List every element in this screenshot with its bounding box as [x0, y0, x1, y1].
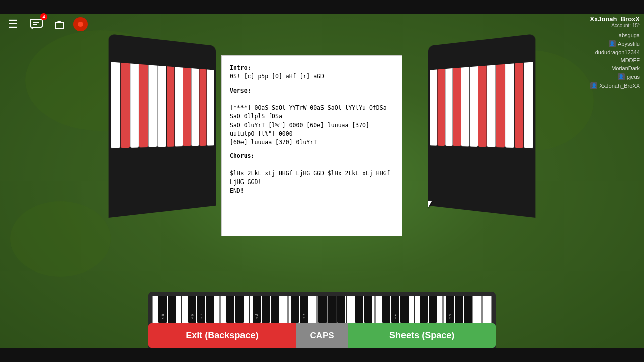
player-item: MDDFF [590, 56, 640, 64]
intro-text: 0S! [c] p5p [0] aHf [r] aGD [230, 73, 324, 80]
menu-icon[interactable]: ☰ [4, 15, 22, 33]
player-username: XxJonah_BroxX [590, 15, 640, 23]
section-label-chorus: Chorus: [230, 152, 394, 160]
chorus-text: $lHx 2LkL xLj HHGf LjHG GGD $lHx 2LkL xL… [230, 170, 390, 195]
piano-right-body [428, 34, 536, 218]
player-icon: 👤 [618, 73, 625, 80]
bottom-buttons: Exit (Backspace) CAPS Sheets (Space) [148, 323, 496, 348]
section-label-verse: Verse: [230, 86, 394, 95]
sheet-music-panel: Intro: 0S! [c] p5p [0] aHf [r] aGD Verse… [221, 55, 403, 236]
player-icon: 👤 [590, 82, 597, 89]
sheet-chorus-section: Chorus: $lHx 2LkL xLj HHGf LjHG GGD $lHx… [230, 152, 394, 195]
svg-rect-0 [30, 19, 42, 27]
exit-button[interactable]: Exit (Backspace) [148, 323, 296, 348]
grass-patch [10, 201, 111, 277]
verse-text: [****] 0OaS SaOl YYTrW 00aS SaOl lYYlYu … [230, 104, 387, 146]
chat-badge: 4 [40, 13, 47, 20]
player-item: MorianDark [590, 64, 640, 72]
player-account-sub: Account: 15° [590, 23, 640, 28]
sheet-intro-section: Intro: 0S! [c] p5p [0] aHf [r] aGD [230, 64, 394, 81]
player-item: absguga [590, 31, 640, 39]
player-list: XxJonah_BroxX Account: 15° absguga 👤 Aby… [590, 15, 640, 90]
player-item: 👤 Abysstilu [590, 39, 640, 48]
player-icon: 👤 [609, 40, 616, 47]
hud-icons: ☰ 4 [4, 15, 88, 33]
sheet-verse-section: Verse: [****] 0OaS SaOl YYTrW 00aS SaOl … [230, 86, 394, 147]
bottom-bar [0, 348, 644, 362]
record-button[interactable] [73, 17, 88, 31]
section-label-intro: Intro: [230, 64, 394, 72]
sheets-button[interactable]: Sheets (Space) [348, 323, 496, 348]
piano-left-body [109, 34, 216, 218]
player-item: 👤 pjeus [590, 72, 640, 81]
caps-button[interactable]: CAPS [296, 323, 349, 348]
chat-icon[interactable]: 4 [27, 15, 45, 33]
player-item: dududragon12344 [590, 48, 640, 56]
top-bar [0, 0, 644, 14]
bag-icon[interactable] [50, 15, 68, 33]
player-item: 👤 XxJonah_BroXX [590, 81, 640, 90]
